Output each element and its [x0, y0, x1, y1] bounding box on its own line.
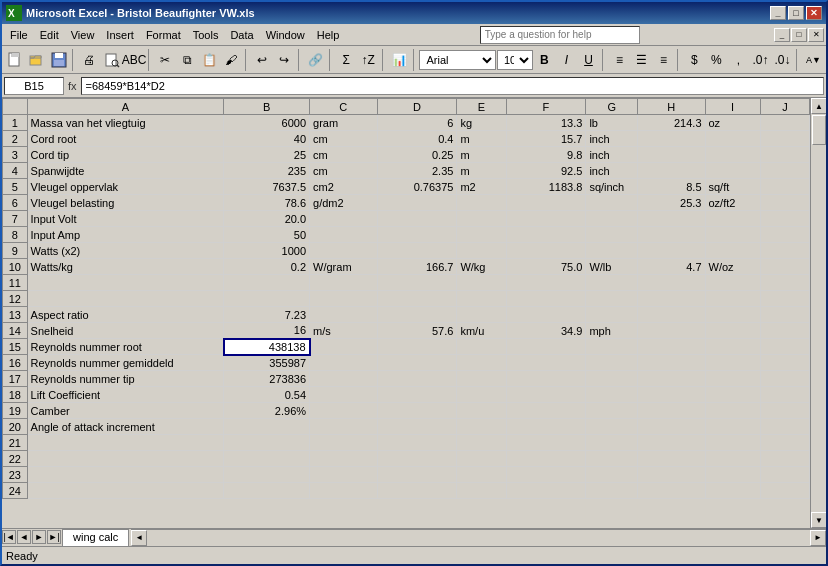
cell-j16[interactable]: [760, 355, 809, 371]
cell-e8[interactable]: [457, 227, 506, 243]
cell-g10[interactable]: W/lb: [586, 259, 638, 275]
cell-i1[interactable]: oz: [705, 115, 760, 131]
cell-i20[interactable]: [705, 419, 760, 435]
cell-h24[interactable]: [637, 483, 705, 499]
cell-c6[interactable]: g/dm2: [310, 195, 378, 211]
cell-c3[interactable]: cm: [310, 147, 378, 163]
cell-a11[interactable]: [27, 275, 224, 291]
cell-c5[interactable]: cm2: [310, 179, 378, 195]
cell-d15[interactable]: [377, 339, 457, 355]
col-header-c[interactable]: C: [310, 99, 378, 115]
cell-c16[interactable]: [310, 355, 378, 371]
cell-b23[interactable]: [224, 467, 310, 483]
cell-f2[interactable]: 15.7: [506, 131, 586, 147]
cell-b9[interactable]: 1000: [224, 243, 310, 259]
cell-i13[interactable]: [705, 307, 760, 323]
cell-d17[interactable]: [377, 371, 457, 387]
cell-e16[interactable]: [457, 355, 506, 371]
cell-i18[interactable]: [705, 387, 760, 403]
cell-i7[interactable]: [705, 211, 760, 227]
cell-c20[interactable]: [310, 419, 378, 435]
cell-g23[interactable]: [586, 467, 638, 483]
cell-j8[interactable]: [760, 227, 809, 243]
col-header-a[interactable]: A: [27, 99, 224, 115]
new-button[interactable]: [4, 49, 25, 71]
cell-c4[interactable]: cm: [310, 163, 378, 179]
cell-c19[interactable]: [310, 403, 378, 419]
row-header[interactable]: 5: [3, 179, 28, 195]
cell-g18[interactable]: [586, 387, 638, 403]
cell-h5[interactable]: 8.5: [637, 179, 705, 195]
cell-b8[interactable]: 50: [224, 227, 310, 243]
cell-c2[interactable]: cm: [310, 131, 378, 147]
cell-h22[interactable]: [637, 451, 705, 467]
italic-button[interactable]: I: [556, 49, 577, 71]
print-button[interactable]: 🖨: [79, 49, 100, 71]
row-header[interactable]: 22: [3, 451, 28, 467]
cell-c9[interactable]: [310, 243, 378, 259]
row-header[interactable]: 21: [3, 435, 28, 451]
cell-i15[interactable]: [705, 339, 760, 355]
cell-a4[interactable]: Spanwijdte: [27, 163, 224, 179]
cell-e5[interactable]: m2: [457, 179, 506, 195]
cell-e6[interactable]: [457, 195, 506, 211]
save-button[interactable]: [48, 49, 69, 71]
cell-g19[interactable]: [586, 403, 638, 419]
cell-a13[interactable]: Aspect ratio: [27, 307, 224, 323]
cell-e21[interactable]: [457, 435, 506, 451]
cell-j20[interactable]: [760, 419, 809, 435]
row-header[interactable]: 20: [3, 419, 28, 435]
cell-b10[interactable]: 0.2: [224, 259, 310, 275]
menu-window[interactable]: Window: [260, 27, 311, 43]
cell-f12[interactable]: [506, 291, 586, 307]
cell-b21[interactable]: [224, 435, 310, 451]
cell-d13[interactable]: [377, 307, 457, 323]
cell-d20[interactable]: [377, 419, 457, 435]
cell-c10[interactable]: W/gram: [310, 259, 378, 275]
scroll-down-button[interactable]: ▼: [811, 512, 826, 528]
cell-i10[interactable]: W/oz: [705, 259, 760, 275]
cell-e15[interactable]: [457, 339, 506, 355]
cell-d8[interactable]: [377, 227, 457, 243]
undo-button[interactable]: ↩: [252, 49, 273, 71]
cell-a18[interactable]: Lift Coefficient: [27, 387, 224, 403]
copy-button[interactable]: ⧉: [177, 49, 198, 71]
cell-f3[interactable]: 9.8: [506, 147, 586, 163]
cell-g22[interactable]: [586, 451, 638, 467]
currency-button[interactable]: $: [684, 49, 705, 71]
cell-h1[interactable]: 214.3: [637, 115, 705, 131]
row-header[interactable]: 18: [3, 387, 28, 403]
cell-g17[interactable]: [586, 371, 638, 387]
tab-prev-button[interactable]: ◄: [17, 530, 31, 544]
cell-i11[interactable]: [705, 275, 760, 291]
cell-h6[interactable]: 25.3: [637, 195, 705, 211]
cell-a7[interactable]: Input Volt: [27, 211, 224, 227]
cell-b6[interactable]: 78.6: [224, 195, 310, 211]
cell-h18[interactable]: [637, 387, 705, 403]
cell-j10[interactable]: [760, 259, 809, 275]
cell-d4[interactable]: 2.35: [377, 163, 457, 179]
row-header[interactable]: 17: [3, 371, 28, 387]
cell-g12[interactable]: [586, 291, 638, 307]
cell-c13[interactable]: [310, 307, 378, 323]
cell-e12[interactable]: [457, 291, 506, 307]
close-button[interactable]: ✕: [806, 6, 822, 20]
cell-c22[interactable]: [310, 451, 378, 467]
cell-d11[interactable]: [377, 275, 457, 291]
cell-i6[interactable]: oz/ft2: [705, 195, 760, 211]
cell-b24[interactable]: [224, 483, 310, 499]
tab-next-button[interactable]: ►: [32, 530, 46, 544]
cell-c21[interactable]: [310, 435, 378, 451]
cell-c15[interactable]: [310, 339, 378, 355]
row-header[interactable]: 12: [3, 291, 28, 307]
open-button[interactable]: [26, 49, 47, 71]
cell-j4[interactable]: [760, 163, 809, 179]
cell-c11[interactable]: [310, 275, 378, 291]
cell-g9[interactable]: [586, 243, 638, 259]
cell-i24[interactable]: [705, 483, 760, 499]
cell-g6[interactable]: [586, 195, 638, 211]
cell-b4[interactable]: 235: [224, 163, 310, 179]
row-header[interactable]: 8: [3, 227, 28, 243]
cell-f13[interactable]: [506, 307, 586, 323]
cell-c18[interactable]: [310, 387, 378, 403]
